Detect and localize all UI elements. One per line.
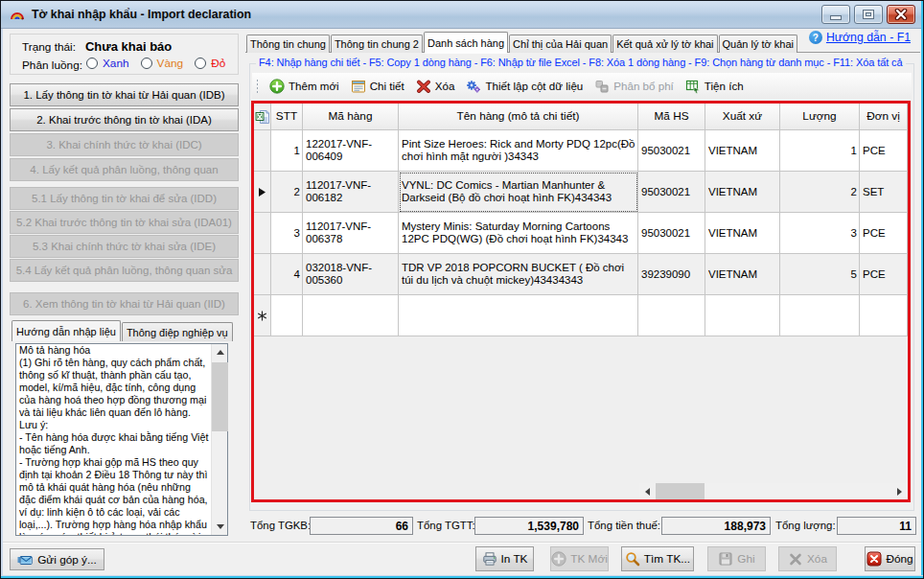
cell-stt-4[interactable]: 4 bbox=[271, 254, 303, 295]
new-row-cell-4[interactable] bbox=[638, 295, 705, 336]
cell-ten-hang-2[interactable]: VYNL: DC Comics - Martian Manhunter & Da… bbox=[399, 172, 638, 213]
toolbar-button-utilities[interactable]: Tiện ích bbox=[680, 76, 750, 97]
column-header-5[interactable]: Xuất xứ bbox=[705, 104, 780, 130]
cell-luong-1[interactable]: 1 bbox=[780, 130, 860, 172]
help-link[interactable]: Hướng dẫn - F1 bbox=[826, 31, 911, 44]
cell-don-vi-2[interactable]: SET bbox=[860, 172, 908, 213]
cell-don-vi-1[interactable]: PCE bbox=[860, 130, 908, 172]
footer-button-1[interactable]: In TK bbox=[475, 546, 534, 571]
new-row-cell-7[interactable] bbox=[860, 295, 908, 336]
main-tab-5[interactable]: Kết quả xử lý tờ khai bbox=[612, 35, 717, 53]
new-row-cell-1[interactable] bbox=[271, 295, 303, 336]
step-button-2[interactable]: 2. Khai trước thông tin tờ khai (IDA) bbox=[10, 108, 239, 131]
cell-luong-4[interactable]: 5 bbox=[780, 254, 860, 295]
toolbar-button-allocate-fee[interactable]: Phân bổ phí bbox=[589, 76, 680, 97]
left-tab-2[interactable]: Thông điệp nghiệp vụ bbox=[122, 322, 233, 341]
total-value-text-3: 188,973 bbox=[725, 520, 766, 533]
guide-scrollbar[interactable] bbox=[211, 344, 227, 535]
minimize-button[interactable] bbox=[821, 5, 850, 24]
cell-ma-hs-2[interactable]: 95030021 bbox=[638, 172, 705, 213]
guide-textbox[interactable]: Mô tả hàng hóa (1) Ghi rõ tên hàng, quy … bbox=[15, 343, 228, 536]
cell-stt-4-text: 4 bbox=[294, 268, 300, 281]
cell-don-vi-4[interactable]: PCE bbox=[860, 254, 908, 295]
column-header-1[interactable]: STT bbox=[271, 104, 303, 130]
step-button-3[interactable]: 3. Khai chính thức tờ khai (IDC) bbox=[10, 133, 239, 156]
step-button-6[interactable]: 5.2 Khai trước thông tin tờ khai sửa (ID… bbox=[10, 211, 239, 234]
toolbar-button-delete-x[interactable]: Xóa bbox=[410, 76, 461, 97]
grid-corner-header[interactable] bbox=[254, 104, 271, 130]
cell-ma-hs-3[interactable]: 95030021 bbox=[638, 213, 705, 254]
row-selector-1[interactable] bbox=[254, 130, 271, 172]
grid-hscroll-thumb[interactable] bbox=[656, 483, 705, 499]
new-row-cell-2[interactable] bbox=[303, 295, 399, 336]
row-selector-4[interactable] bbox=[254, 254, 271, 295]
main-tab-6[interactable]: Quản lý tờ khai bbox=[719, 35, 797, 53]
cell-ma-hs-1[interactable]: 95030021 bbox=[638, 130, 705, 172]
main-tab-2[interactable]: Thông tin chung 2 bbox=[331, 35, 423, 53]
cell-ma-hang-4[interactable]: 032018-VNF-005360 bbox=[303, 254, 399, 295]
main-tab-3[interactable]: Danh sách hàng bbox=[424, 32, 508, 53]
new-row-cell-5[interactable] bbox=[705, 295, 780, 336]
column-header-2[interactable]: Mã hàng bbox=[303, 104, 399, 130]
radio-circle-icon[interactable] bbox=[141, 58, 152, 69]
step-button-4[interactable]: 4. Lấy kết quả phân luồng, thông quan bbox=[10, 158, 239, 181]
footer-button-2[interactable]: TK Mới bbox=[550, 546, 609, 571]
cell-stt-1[interactable]: 1 bbox=[271, 130, 303, 172]
column-header-4[interactable]: Mã HS bbox=[638, 104, 705, 130]
column-header-6[interactable]: Lượng bbox=[780, 104, 860, 130]
toolbar-button-gears[interactable]: Thiết lập cột dữ liệu bbox=[460, 76, 589, 97]
radio-circle-icon[interactable] bbox=[195, 58, 206, 69]
toolbar-grip[interactable] bbox=[256, 79, 259, 94]
close-button[interactable] bbox=[887, 5, 915, 24]
step-button-7[interactable]: 5.3 Khai chính thức tờ khai sửa (IDE) bbox=[10, 235, 239, 258]
footer-button-4[interactable]: Ghi bbox=[707, 546, 766, 571]
radio-circle-icon[interactable] bbox=[86, 58, 98, 69]
row-selector-3[interactable] bbox=[254, 213, 271, 254]
cell-stt-2[interactable]: 2 bbox=[271, 172, 303, 213]
scroll-left-icon[interactable] bbox=[639, 483, 656, 499]
step-button-5[interactable]: 5.1 Lấy thông tin tờ khai để sửa (IDD) bbox=[10, 187, 239, 210]
channel-radio-vàng[interactable]: Vàng bbox=[141, 57, 184, 70]
scroll-right-icon[interactable] bbox=[891, 483, 908, 499]
grid-hscrollbar[interactable] bbox=[639, 483, 908, 499]
cell-luong-2[interactable]: 2 bbox=[780, 172, 860, 213]
column-header-7[interactable]: Đơn vị bbox=[860, 104, 908, 130]
cell-ma-hang-3[interactable]: 112017-VNF-006378 bbox=[303, 213, 399, 254]
footer-button-5[interactable]: Xóa bbox=[778, 546, 837, 571]
footer-button-6[interactable]: Đóng bbox=[865, 546, 915, 571]
main-tab-4[interactable]: Chỉ thị của Hải quan bbox=[509, 35, 612, 53]
step-button-1[interactable]: 1. Lấy thông tin tờ khai từ Hải quan (ID… bbox=[10, 83, 239, 106]
step-button-8[interactable]: 5.4 Lấy kết quả phân luồng, thông quan s… bbox=[10, 259, 239, 282]
guide-scroll-thumb[interactable] bbox=[212, 362, 228, 431]
scroll-up-icon[interactable] bbox=[212, 344, 228, 360]
scroll-down-icon[interactable] bbox=[212, 519, 228, 535]
row-selector-2[interactable] bbox=[254, 172, 271, 213]
cell-xuat-xu-1[interactable]: VIETNAM bbox=[705, 130, 780, 172]
send-feedback-button[interactable]: Gửi góp ý... bbox=[10, 548, 104, 570]
toolbar-button-add-circle[interactable]: Thêm mới bbox=[264, 76, 345, 97]
main-tab-1[interactable]: Thông tin chung bbox=[246, 35, 330, 53]
column-header-3[interactable]: Tên hàng (mô tả chi tiết) bbox=[399, 104, 638, 130]
cell-ma-hs-4[interactable]: 39239090 bbox=[638, 254, 705, 295]
cell-ma-hang-1[interactable]: 122017-VNF-006409 bbox=[303, 130, 399, 172]
left-tab-1[interactable]: Hướng dẫn nhập liệu bbox=[12, 320, 121, 341]
toolbar-button-detail-form[interactable]: Chi tiết bbox=[345, 76, 410, 97]
cell-luong-3[interactable]: 3 bbox=[780, 213, 860, 254]
cell-xuat-xu-4[interactable]: VIETNAM bbox=[705, 254, 780, 295]
cell-ten-hang-4[interactable]: TDR VP 2018 POPCORN BUCKET ( Đồ chơi túi… bbox=[399, 254, 638, 295]
cell-ten-hang-3[interactable]: Mystery Minis: Saturday Morning Cartoons… bbox=[399, 213, 638, 254]
new-row-selector[interactable] bbox=[254, 295, 271, 336]
channel-radio-đỏ[interactable]: Đỏ bbox=[195, 57, 225, 70]
channel-radio-xanh[interactable]: Xanh bbox=[86, 57, 129, 70]
cell-stt-3[interactable]: 3 bbox=[271, 213, 303, 254]
cell-xuat-xu-2[interactable]: VIETNAM bbox=[705, 172, 780, 213]
cell-don-vi-3[interactable]: PCE bbox=[860, 213, 908, 254]
new-row-cell-3[interactable] bbox=[399, 295, 638, 336]
cell-xuat-xu-3[interactable]: VIETNAM bbox=[705, 213, 780, 254]
cell-ma-hang-2[interactable]: 112017-VNF-006182 bbox=[303, 172, 399, 213]
maximize-button[interactable] bbox=[854, 5, 883, 24]
cell-ten-hang-1[interactable]: Pint Size Heroes: Rick and Morty PDQ 12p… bbox=[399, 130, 638, 172]
footer-button-3[interactable]: Tìm TK... bbox=[621, 546, 694, 571]
step-button-9[interactable]: 6. Xem thông tin tờ khai từ Hải quan (II… bbox=[10, 292, 239, 315]
new-row-cell-6[interactable] bbox=[780, 295, 860, 336]
